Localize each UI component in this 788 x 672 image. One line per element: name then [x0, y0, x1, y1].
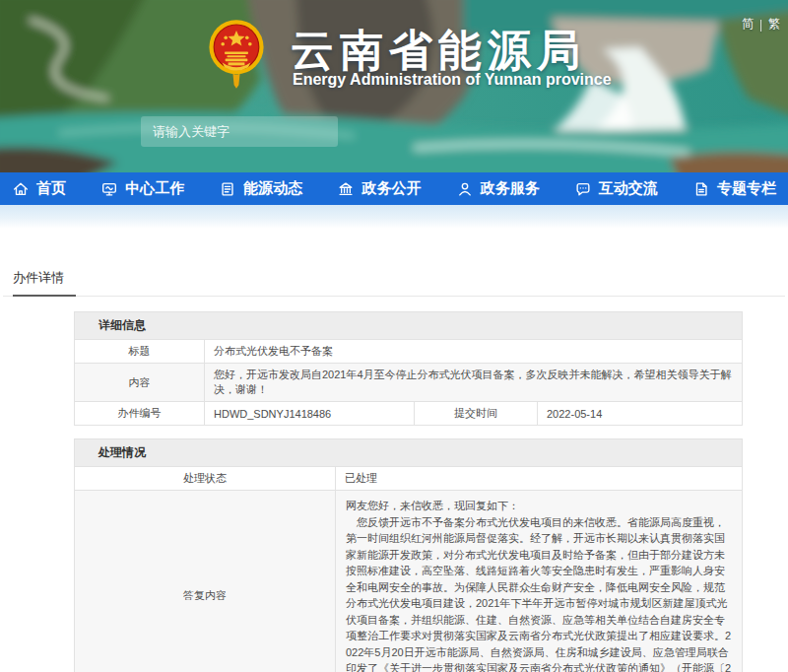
nav-item-center-work[interactable]: 中心工作 [97, 179, 188, 198]
title-label: 标题 [75, 340, 205, 364]
site-banner: 简 | 繁 云南省能源局 Energy Administration of Yu… [0, 0, 788, 172]
submit-time-label: 提交时间 [415, 402, 538, 426]
detail-info-table: 详细信息 标题 分布式光伏发电不予备案 内容 您好，开远市发改局自2021年4月… [74, 311, 743, 426]
nav-label: 能源动态 [243, 179, 302, 198]
table-row: 办件编号 HDWD_SDNYJ1418486 提交时间 2022-05-14 [75, 402, 743, 426]
nav-item-gov-services[interactable]: 政务服务 [452, 179, 544, 198]
national-emblem-logo [207, 14, 266, 95]
nav-item-interaction[interactable]: 互动交流 [570, 179, 662, 198]
table-section-header: 详细信息 [75, 312, 743, 340]
process-status-table: 处理情况 处理状态 已处理 答复内容 网友您好，来信收悉，现回复如下： 您反馈开… [74, 438, 743, 672]
nav-label: 专题专栏 [717, 179, 776, 198]
title-value: 分布式光伏发电不予备案 [205, 340, 743, 364]
content-value: 您好，开远市发改局自2021年4月至今停止分布式光伏项目备案，多次反映并未能解决… [205, 364, 743, 402]
bank-icon [337, 180, 355, 198]
case-number-value: HDWD_SDNYJ1418486 [205, 402, 415, 426]
file-icon [692, 180, 710, 198]
language-switch: 简 | 繁 [742, 16, 780, 33]
detail-header-label: 详细信息 [75, 312, 743, 340]
lang-simplified-button[interactable]: 简 [742, 16, 754, 33]
table-row: 答复内容 网友您好，来信收悉，现回复如下： 您反馈开远市不予备案分布式光伏发电项… [75, 491, 743, 672]
search-input[interactable] [141, 116, 338, 147]
nav-label: 首页 [36, 179, 66, 198]
nav-label: 互动交流 [599, 179, 658, 198]
page-title: 办件详情 [13, 269, 76, 297]
content-label: 内容 [75, 364, 205, 402]
nav-item-energy-news[interactable]: 能源动态 [215, 179, 306, 198]
reply-content-value: 网友您好，来信收悉，现回复如下： 您反馈开远市不予备案分布式光伏发电项目的来信收… [336, 491, 743, 672]
process-header-label: 处理情况 [75, 439, 743, 467]
monitor-icon [100, 180, 118, 198]
chat-icon [574, 180, 592, 198]
person-icon [456, 180, 474, 198]
reply-intro: 网友您好，来信收悉，现回复如下： [346, 498, 732, 514]
lang-separator: | [759, 18, 762, 32]
home-icon [12, 180, 30, 198]
reply-body: 您反馈开远市不予备案分布式光伏发电项目的来信收悉。省能源局高度重视，第一时间组织… [346, 514, 732, 672]
status-label: 处理状态 [75, 467, 336, 491]
nav-label: 政务公开 [361, 179, 421, 198]
site-subtitle: Energy Administration of Yunnan province [293, 71, 612, 89]
news-icon [219, 180, 236, 198]
case-number-label: 办件编号 [75, 402, 205, 426]
main-content: 办件详情 详细信息 标题 分布式光伏发电不予备案 内容 您好，开远市发改局自20… [0, 268, 788, 672]
nav-label: 中心工作 [125, 179, 184, 198]
reply-content-label: 答复内容 [75, 491, 336, 672]
table-row: 处理状态 已处理 [75, 467, 743, 491]
nav-item-special-columns[interactable]: 专题专栏 [689, 179, 780, 198]
nav-label: 政务服务 [481, 179, 540, 198]
page-title-row: 办件详情 [3, 268, 785, 297]
table-row: 内容 您好，开远市发改局自2021年4月至今停止分布式光伏项目备案，多次反映并未… [75, 364, 743, 402]
table-row: 标题 分布式光伏发电不予备案 [75, 340, 743, 364]
table-section-header: 处理情况 [75, 439, 743, 467]
lang-traditional-button[interactable]: 繁 [768, 16, 780, 33]
status-value: 已处理 [336, 467, 743, 491]
nav-item-gov-disclosure[interactable]: 政务公开 [333, 179, 425, 198]
main-nav: 首页 中心工作 能源动态 政务公开 政务服务 互动交流 专题专 [0, 172, 788, 205]
nav-item-home[interactable]: 首页 [8, 179, 70, 198]
sky-band-decoration [0, 205, 788, 229]
submit-time-value: 2022-05-14 [538, 402, 743, 426]
search-box [141, 116, 338, 147]
